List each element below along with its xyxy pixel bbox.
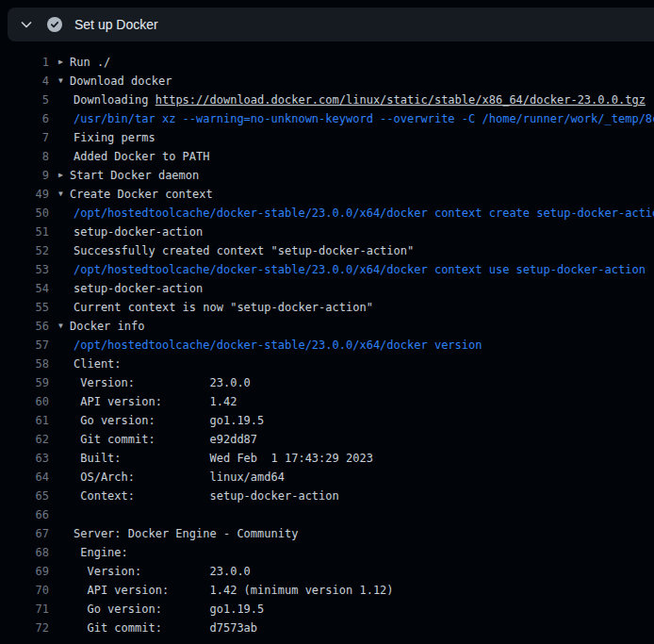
indent-spacer: [58, 298, 74, 317]
log-line: 54setup-docker-action: [0, 279, 654, 298]
log-line: 63 Built: Wed Feb 1 17:43:29 2023: [0, 449, 654, 468]
line-number[interactable]: 72: [0, 619, 49, 637]
line-number[interactable]: 7: [0, 128, 49, 147]
line-number[interactable]: 52: [0, 241, 49, 260]
line-content: setup-docker-action: [49, 223, 654, 241]
line-number[interactable]: 56: [0, 317, 49, 336]
log-text: Fixing perms: [74, 128, 155, 147]
chevron-collapsed-icon[interactable]: ▶: [58, 53, 70, 72]
group-title[interactable]: Create Docker context: [70, 185, 213, 204]
line-number[interactable]: 4: [0, 72, 49, 91]
group-title[interactable]: Run ./: [70, 53, 110, 72]
line-number[interactable]: 64: [0, 468, 49, 487]
line-content: ▼Docker info: [49, 317, 654, 336]
log-line: 53/opt/hostedtoolcache/docker-stable/23.…: [0, 260, 654, 279]
line-number[interactable]: 66: [0, 505, 49, 524]
chevron-collapsed-icon[interactable]: ▶: [58, 166, 70, 185]
log-line: 69 Version: 23.0.0: [0, 562, 654, 581]
indent-spacer: [58, 260, 74, 279]
line-number[interactable]: 65: [0, 487, 49, 505]
command-text: /opt/hostedtoolcache/docker-stable/23.0.…: [74, 336, 482, 355]
log-line: 7Fixing perms: [0, 128, 654, 147]
line-number[interactable]: 55: [0, 298, 49, 317]
line-number[interactable]: 70: [0, 581, 49, 600]
line-content: Version: 23.0.0: [49, 562, 654, 581]
indent-spacer: [58, 449, 74, 468]
line-content: Git commit: d7573ab: [49, 619, 654, 637]
log-lines: 1▶Run ./4▼Download docker5Downloading ht…: [0, 53, 654, 637]
line-content: Added Docker to PATH: [49, 147, 654, 166]
indent-spacer: [58, 279, 74, 298]
log-line: 9▶Start Docker daemon: [0, 166, 654, 185]
indent-spacer: [58, 223, 74, 241]
indent-spacer: [58, 411, 74, 430]
line-number[interactable]: 67: [0, 524, 49, 543]
log-line: 65 Context: setup-docker-action: [0, 487, 654, 505]
line-number[interactable]: 71: [0, 600, 49, 619]
log-line: 67Server: Docker Engine - Community: [0, 524, 654, 543]
line-content: OS/Arch: linux/amd64: [49, 468, 654, 487]
line-number[interactable]: 51: [0, 223, 49, 241]
log-text: Successfully created context "setup-dock…: [74, 241, 414, 260]
log-line: 55Current context is now "setup-docker-a…: [0, 298, 654, 317]
log-line: 61 Go version: go1.19.5: [0, 411, 654, 430]
line-number[interactable]: 58: [0, 355, 49, 373]
line-number[interactable]: 8: [0, 147, 49, 166]
line-number[interactable]: 57: [0, 336, 49, 355]
log-text: Current context is now "setup-docker-act…: [74, 298, 373, 317]
line-content: /usr/bin/tar xz --warning=no-unknown-key…: [49, 109, 654, 128]
log-text: Version: 23.0.0: [74, 373, 251, 392]
indent-spacer: [58, 204, 74, 223]
line-content: /opt/hostedtoolcache/docker-stable/23.0.…: [49, 336, 654, 355]
line-number[interactable]: 61: [0, 411, 49, 430]
line-number[interactable]: 63: [0, 449, 49, 468]
log-text: Go version: go1.19.5: [74, 411, 264, 430]
log-line: 70 API version: 1.42 (minimum version 1.…: [0, 581, 654, 600]
chevron-expanded-icon[interactable]: ▼: [58, 72, 70, 91]
group-title[interactable]: Download docker: [70, 72, 172, 91]
log-line: 50/opt/hostedtoolcache/docker-stable/23.…: [0, 204, 654, 223]
line-content: Server: Docker Engine - Community: [49, 524, 654, 543]
log-text: Engine:: [74, 543, 128, 562]
line-content: Built: Wed Feb 1 17:43:29 2023: [49, 449, 654, 468]
indent-spacer: [58, 619, 74, 637]
group-title[interactable]: Start Docker daemon: [70, 166, 199, 185]
log-line: 58Client:: [0, 355, 654, 373]
line-number[interactable]: 6: [0, 109, 49, 128]
line-number[interactable]: 1: [0, 53, 49, 72]
log-line: 1▶Run ./: [0, 53, 654, 72]
log-text: API version: 1.42 (minimum version 1.12): [74, 581, 394, 600]
group-title[interactable]: Docker info: [70, 317, 144, 336]
line-number[interactable]: 9: [0, 166, 49, 185]
log-line: 57/opt/hostedtoolcache/docker-stable/23.…: [0, 336, 654, 355]
line-number[interactable]: 53: [0, 260, 49, 279]
log-line: 60 API version: 1.42: [0, 392, 654, 411]
command-text: /usr/bin/tar xz --warning=no-unknown-key…: [74, 109, 654, 128]
line-number[interactable]: 62: [0, 430, 49, 449]
line-number[interactable]: 60: [0, 392, 49, 411]
line-number[interactable]: 68: [0, 543, 49, 562]
step-header[interactable]: Set up Docker: [8, 8, 654, 41]
line-number[interactable]: 50: [0, 204, 49, 223]
log-line: 71 Go version: go1.19.5: [0, 600, 654, 619]
log-text: Git commit: d7573ab: [74, 619, 257, 637]
log-text: OS/Arch: linux/amd64: [74, 468, 285, 487]
line-content: [49, 505, 654, 524]
line-content: Version: 23.0.0: [49, 373, 654, 392]
line-number[interactable]: 49: [0, 185, 49, 204]
line-number[interactable]: 54: [0, 279, 49, 298]
chevron-expanded-icon[interactable]: ▼: [58, 317, 70, 336]
line-number[interactable]: 59: [0, 373, 49, 392]
log-line: 59 Version: 23.0.0: [0, 373, 654, 392]
line-content: ▶Run ./: [49, 53, 654, 72]
log-line: 5Downloading https://download.docker.com…: [0, 91, 654, 109]
line-content: setup-docker-action: [49, 279, 654, 298]
line-number[interactable]: 69: [0, 562, 49, 581]
chevron-down-icon[interactable]: [19, 17, 34, 32]
step-title: Set up Docker: [74, 17, 158, 32]
line-number[interactable]: 5: [0, 91, 49, 109]
chevron-expanded-icon[interactable]: ▼: [58, 185, 70, 204]
indent-spacer: [58, 373, 74, 392]
log-link[interactable]: https://download.docker.com/linux/static…: [155, 91, 646, 109]
indent-spacer: [58, 581, 74, 600]
